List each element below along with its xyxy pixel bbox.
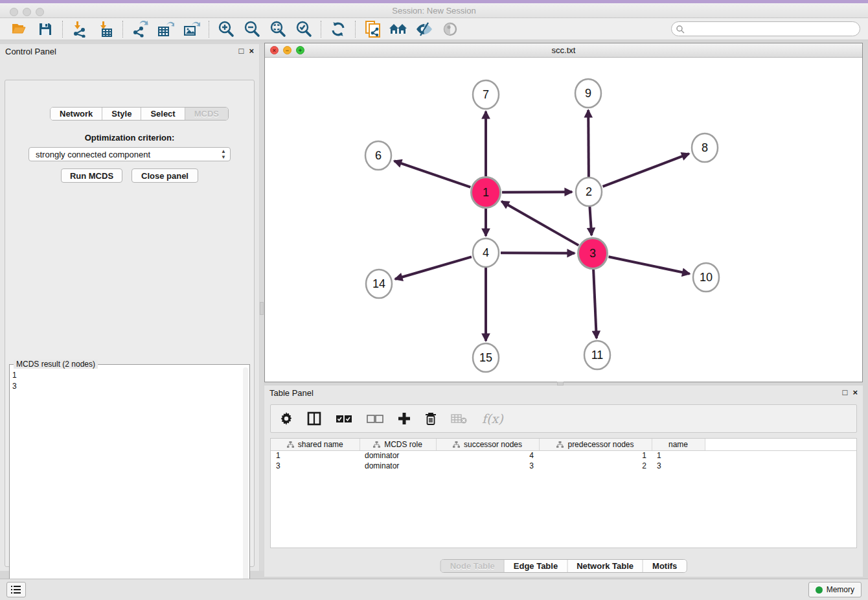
window-titlebar: Session: New Session <box>0 3 868 18</box>
export-network-button[interactable] <box>129 19 151 39</box>
graph-node-8[interactable]: 8 <box>692 133 718 162</box>
tab-mcds[interactable]: MCDS <box>185 108 228 120</box>
table-row[interactable]: 3dominator323 <box>271 461 856 471</box>
column-header-predecessor-nodes[interactable]: predecessor nodes <box>539 439 652 450</box>
delete-table-button[interactable] <box>451 413 468 424</box>
cell-shared-name[interactable]: 3 <box>271 461 360 471</box>
graph-node-6[interactable]: 6 <box>365 141 391 170</box>
graph-node-4[interactable]: 4 <box>473 238 499 267</box>
edge-3-1[interactable] <box>501 202 578 246</box>
memory-button[interactable]: Memory <box>808 582 862 597</box>
hide-selected-button[interactable] <box>413 19 435 39</box>
cell-MCDS-role[interactable]: dominator <box>360 461 436 471</box>
run-mcds-button[interactable]: Run MCDS <box>61 168 122 183</box>
edge-2-3[interactable] <box>589 207 591 235</box>
tab-style[interactable]: Style <box>102 108 141 120</box>
graph-node-15[interactable]: 15 <box>473 343 499 372</box>
export-image-button[interactable] <box>181 19 203 39</box>
graph-node-14[interactable]: 14 <box>366 270 392 298</box>
column-header-successor-nodes[interactable]: successor nodes <box>436 439 539 450</box>
close-panel-icon[interactable]: × <box>852 387 858 397</box>
task-history-button[interactable] <box>6 582 26 597</box>
refresh-button[interactable] <box>327 19 349 39</box>
tab-network-table[interactable]: Network Table <box>567 560 643 572</box>
cell-successor-nodes[interactable]: 4 <box>436 450 539 461</box>
select-all-button[interactable] <box>336 415 352 423</box>
edge-3-11[interactable] <box>593 270 597 338</box>
import-table-button[interactable] <box>95 19 117 39</box>
cell-MCDS-role[interactable]: dominator <box>360 450 436 461</box>
graph-node-2[interactable]: 2 <box>576 178 602 206</box>
network-window-titlebar[interactable]: × − + scc.txt <box>265 43 862 58</box>
window-title: Session: New Session <box>0 6 868 16</box>
choose-columns-button[interactable] <box>307 411 321 426</box>
float-panel-icon[interactable]: □ <box>239 46 244 56</box>
copy-network-button[interactable] <box>361 19 383 39</box>
cell-shared-name[interactable]: 1 <box>271 450 360 461</box>
graph-node-7[interactable]: 7 <box>473 80 499 109</box>
tab-node-table[interactable]: Node Table <box>441 560 505 572</box>
graph-node-3[interactable]: 3 <box>578 238 608 269</box>
graph-node-9[interactable]: 9 <box>575 79 601 108</box>
search-input[interactable] <box>685 23 860 35</box>
deselect-all-button[interactable] <box>367 415 383 423</box>
float-panel-icon[interactable]: □ <box>843 387 848 397</box>
graph-node-1[interactable]: 1 <box>472 178 501 208</box>
cell-successor-nodes[interactable]: 3 <box>436 461 539 471</box>
splitter-grip[interactable] <box>260 302 264 315</box>
zoom-fit-button[interactable] <box>267 19 289 39</box>
application-window: Session: New Session <box>0 0 868 600</box>
graph-node-10[interactable]: 10 <box>693 263 719 292</box>
unchecked-boxes-icon <box>367 415 383 423</box>
delete-row-button[interactable] <box>425 412 437 426</box>
close-panel-button[interactable]: Close panel <box>131 168 198 183</box>
column-header-filler <box>705 439 856 450</box>
save-session-button[interactable] <box>34 19 56 39</box>
cell-predecessor-nodes[interactable]: 1 <box>539 450 652 461</box>
show-all-button[interactable] <box>439 19 461 39</box>
table-row[interactable]: 1dominator411 <box>271 450 856 461</box>
close-panel-icon[interactable]: × <box>249 46 254 56</box>
node-label: 8 <box>702 141 708 154</box>
tab-motifs[interactable]: Motifs <box>643 560 686 572</box>
zoom-out-button[interactable] <box>241 19 263 39</box>
function-builder-button[interactable]: f(x) <box>482 411 503 426</box>
cell-predecessor-nodes[interactable]: 2 <box>539 461 652 471</box>
result-scrollbar[interactable] <box>243 367 248 600</box>
zoom-in-button[interactable] <box>215 19 237 39</box>
edge-2-9[interactable] <box>588 110 589 177</box>
optimization-criterion-select[interactable]: strongly connected component ▲▼ <box>29 147 231 161</box>
edge-1-2[interactable] <box>502 192 572 192</box>
zoom-out-icon <box>244 21 260 38</box>
column-header-shared-name[interactable]: shared name <box>271 439 360 450</box>
table-panel-header: Table Panel □ × <box>264 386 863 401</box>
edge-4-14[interactable] <box>395 257 472 279</box>
column-header-MCDS-role[interactable]: MCDS role <box>360 439 436 450</box>
column-header-name[interactable]: name <box>652 439 705 450</box>
graph-node-11[interactable]: 11 <box>584 341 610 369</box>
cell-name[interactable]: 3 <box>652 461 705 471</box>
network-window-title: scc.txt <box>265 45 862 55</box>
node-table: shared nameMCDS rolesuccessor nodesprede… <box>270 438 857 548</box>
node-label: 9 <box>585 87 591 100</box>
import-network-button[interactable] <box>69 19 91 39</box>
edge-4-3[interactable] <box>501 253 575 253</box>
panel-splitter[interactable] <box>260 44 264 571</box>
first-neighbors-button[interactable] <box>387 19 409 39</box>
open-session-button[interactable] <box>8 19 30 39</box>
tab-edge-table[interactable]: Edge Table <box>505 560 567 572</box>
network-graph[interactable]: 7968124314101511 <box>265 58 862 382</box>
add-row-button[interactable] <box>398 412 411 425</box>
cell-name[interactable]: 1 <box>652 450 705 461</box>
table-settings-button[interactable] <box>280 412 293 425</box>
tab-select[interactable]: Select <box>141 108 185 120</box>
edge-2-8[interactable] <box>603 154 689 187</box>
edge-1-6[interactable] <box>394 161 471 187</box>
mcds-result-values[interactable]: 1 3 <box>12 370 242 600</box>
tab-network[interactable]: Network <box>51 108 102 120</box>
zoom-selected-button[interactable] <box>293 19 315 39</box>
export-table-button[interactable] <box>155 19 177 39</box>
network-canvas[interactable]: 7968124314101511 <box>265 58 862 382</box>
checked-boxes-icon <box>336 415 352 423</box>
edge-3-10[interactable] <box>608 257 689 273</box>
